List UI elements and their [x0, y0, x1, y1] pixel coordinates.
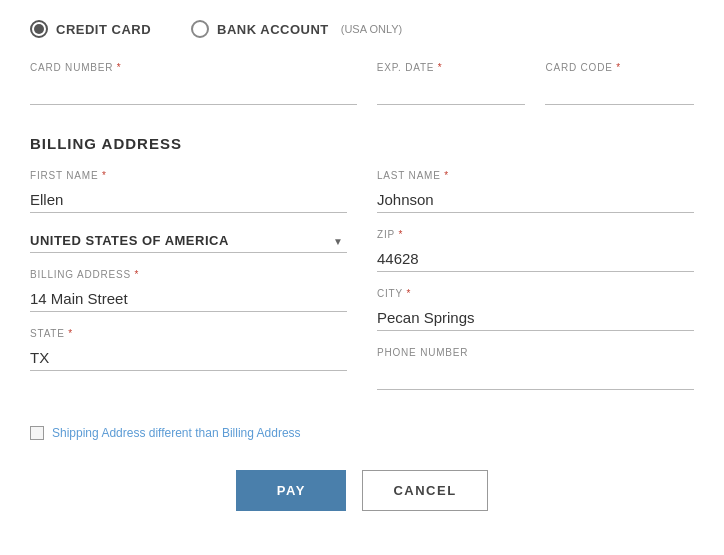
bank-account-label: BANK ACCOUNT [217, 22, 329, 37]
card-number-group: CARD NUMBER * [30, 62, 357, 105]
last-name-input[interactable] [377, 187, 694, 213]
state-label: STATE * [30, 328, 347, 339]
pay-button[interactable]: PAY [236, 470, 346, 511]
state-input[interactable] [30, 345, 347, 371]
billing-address-label: BILLING ADDRESS * [30, 269, 347, 280]
exp-date-label: EXP. DATE * [377, 62, 526, 73]
billing-address-group: BILLING ADDRESS * [30, 269, 347, 312]
shipping-checkbox[interactable] [30, 426, 44, 440]
phone-label: PHONE NUMBER [377, 347, 694, 358]
city-label: CITY * [377, 288, 694, 299]
billing-address-title: BILLING ADDRESS [30, 135, 694, 152]
card-code-group: CARD CODE * [545, 62, 694, 105]
zip-label: ZIP * [377, 229, 694, 240]
country-select-wrap: UNITED STATES OF AMERICA ▼ [30, 229, 347, 253]
card-number-input[interactable] [30, 79, 357, 105]
exp-date-input[interactable] [377, 79, 526, 105]
shipping-label[interactable]: Shipping Address different than Billing … [52, 426, 301, 440]
first-name-input[interactable] [30, 187, 347, 213]
card-code-label: CARD CODE * [545, 62, 694, 73]
city-group: CITY * [377, 288, 694, 331]
card-fields-row: CARD NUMBER * EXP. DATE * CARD CODE * [30, 62, 694, 105]
first-name-group: FIRST NAME * [30, 170, 347, 213]
phone-group: PHONE NUMBER [377, 347, 694, 390]
first-name-label: FIRST NAME * [30, 170, 347, 181]
bank-account-option[interactable]: BANK ACCOUNT (USA ONLY) [191, 20, 402, 38]
phone-input[interactable] [377, 364, 694, 390]
credit-card-option[interactable]: CREDIT CARD [30, 20, 151, 38]
exp-date-group: EXP. DATE * [377, 62, 526, 105]
card-code-input[interactable] [545, 79, 694, 105]
billing-left-col: FIRST NAME * UNITED STATES OF AMERICA ▼ … [30, 170, 347, 406]
button-row: PAY CANCEL [30, 470, 694, 511]
last-name-label: LAST NAME * [377, 170, 694, 181]
credit-card-radio[interactable] [30, 20, 48, 38]
zip-group: ZIP * [377, 229, 694, 272]
bank-note: (USA ONLY) [341, 23, 403, 35]
cancel-button[interactable]: CANCEL [362, 470, 487, 511]
last-name-group: LAST NAME * [377, 170, 694, 213]
state-group: STATE * [30, 328, 347, 371]
bank-account-radio[interactable] [191, 20, 209, 38]
country-select[interactable]: UNITED STATES OF AMERICA [30, 229, 347, 252]
shipping-row: Shipping Address different than Billing … [30, 426, 694, 440]
zip-input[interactable] [377, 246, 694, 272]
credit-card-label: CREDIT CARD [56, 22, 151, 37]
billing-grid: FIRST NAME * UNITED STATES OF AMERICA ▼ … [30, 170, 694, 406]
billing-right-col: LAST NAME * ZIP * CITY * PHONE NUMBER [377, 170, 694, 406]
payment-methods: CREDIT CARD BANK ACCOUNT (USA ONLY) [30, 20, 694, 38]
card-number-label: CARD NUMBER * [30, 62, 357, 73]
billing-address-input[interactable] [30, 286, 347, 312]
city-input[interactable] [377, 305, 694, 331]
